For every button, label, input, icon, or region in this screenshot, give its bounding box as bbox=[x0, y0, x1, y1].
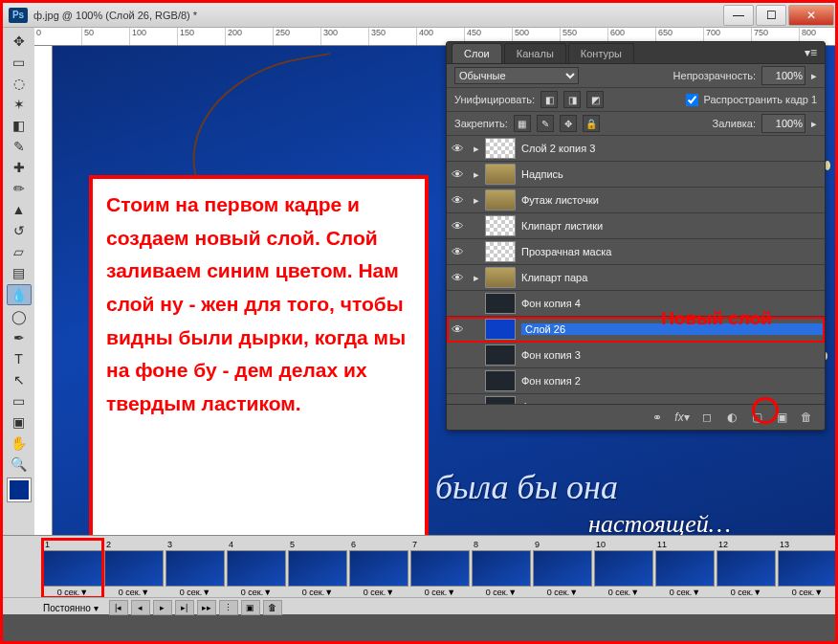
visibility-eye-icon[interactable]: 👁 bbox=[447, 322, 468, 337]
trash-icon[interactable]: 🗑 bbox=[796, 409, 817, 426]
lock-move-icon[interactable]: ✥ bbox=[560, 115, 577, 132]
frame-duration[interactable]: 0 сек.▼ bbox=[655, 587, 715, 597]
timeline-frame[interactable]: 120 сек.▼ bbox=[717, 540, 776, 597]
prev-frame-button[interactable]: ◂ bbox=[131, 600, 150, 615]
layer-row[interactable]: 👁▸Футаж листочки bbox=[447, 188, 825, 213]
layer-row[interactable]: 👁▸Слой 2 копия 3 bbox=[447, 136, 825, 162]
opacity-slider-icon[interactable]: ▸ bbox=[811, 70, 817, 82]
fill-input[interactable] bbox=[761, 114, 805, 133]
opacity-input[interactable] bbox=[761, 66, 805, 85]
minimize-button[interactable]: — bbox=[723, 5, 754, 26]
fx-icon[interactable]: fx▾ bbox=[672, 409, 693, 426]
timeline-frame[interactable]: 20 сек.▼ bbox=[104, 540, 164, 597]
unify-btn-2[interactable]: ◨ bbox=[563, 91, 581, 108]
layer-name[interactable]: Клипарт пара bbox=[521, 272, 825, 283]
layer-row[interactable]: 👁Прозрачная маска bbox=[447, 239, 825, 265]
pen-tool-icon[interactable]: ✒ bbox=[8, 328, 31, 347]
tab-paths[interactable]: Контуры bbox=[568, 43, 634, 63]
loop-selector[interactable]: Постоянно ▾ bbox=[43, 603, 99, 613]
blend-mode-select[interactable]: Обычные bbox=[454, 67, 579, 84]
layer-name[interactable]: Клипарт листики bbox=[521, 220, 825, 232]
layer-row[interactable]: 👁Клипарт листики bbox=[447, 213, 825, 239]
timeline-frame[interactable]: 70 сек.▼ bbox=[410, 540, 470, 597]
move-tool-icon[interactable]: ✥ bbox=[8, 32, 31, 51]
shape-tool-icon[interactable]: ▭ bbox=[8, 391, 31, 411]
new-folder-icon[interactable]: ▢ bbox=[746, 409, 767, 426]
timeline-frame[interactable]: 100 сек.▼ bbox=[594, 540, 653, 597]
layer-row[interactable]: Фон копия 3 bbox=[447, 343, 825, 368]
adjustment-icon[interactable]: ◐ bbox=[721, 409, 742, 426]
healing-tool-icon[interactable]: ✚ bbox=[8, 158, 31, 177]
layer-name[interactable]: Надпись bbox=[521, 168, 825, 180]
wand-tool-icon[interactable]: ✶ bbox=[8, 95, 31, 114]
mask-icon[interactable]: ◻ bbox=[696, 409, 717, 426]
frame-duration[interactable]: 0 сек.▼ bbox=[288, 587, 347, 597]
type-tool-icon[interactable]: T bbox=[8, 349, 31, 368]
frame-duration[interactable]: 0 сек.▼ bbox=[165, 587, 225, 597]
layer-row[interactable]: 👁▸Клипарт пара bbox=[447, 265, 825, 291]
frame-duration[interactable]: 0 сек.▼ bbox=[43, 587, 102, 597]
last-frame-button[interactable]: ▸▸ bbox=[197, 600, 216, 615]
layer-name[interactable]: Фон копия bbox=[521, 401, 825, 404]
eyedropper-tool-icon[interactable]: ✎ bbox=[8, 137, 31, 156]
layer-name[interactable]: Прозрачная маска bbox=[521, 246, 825, 257]
play-button[interactable]: ▸ bbox=[153, 600, 172, 615]
zoom-tool-icon[interactable]: 🔍 bbox=[8, 455, 31, 474]
frame-duration[interactable]: 0 сек.▼ bbox=[594, 587, 653, 597]
lock-trans-icon[interactable]: ▦ bbox=[514, 115, 531, 132]
dodge-tool-icon[interactable]: ◯ bbox=[8, 307, 31, 326]
layer-row[interactable]: Фон копия bbox=[447, 394, 825, 404]
layer-name[interactable]: Фон копия 3 bbox=[521, 349, 825, 361]
frame-duration[interactable]: 0 сек.▼ bbox=[778, 587, 835, 597]
expand-arrow-icon[interactable]: ▸ bbox=[468, 168, 485, 181]
timeline-frame[interactable]: 40 сек.▼ bbox=[227, 540, 286, 597]
timeline-frame[interactable]: 60 сек.▼ bbox=[349, 540, 408, 597]
frame-duration[interactable]: 0 сек.▼ bbox=[349, 587, 408, 597]
layer-row[interactable]: 👁▸Надпись bbox=[447, 162, 825, 188]
first-frame-button[interactable]: |◂ bbox=[109, 600, 128, 615]
visibility-eye-icon[interactable]: 👁 bbox=[447, 219, 468, 233]
expand-arrow-icon[interactable]: ▸ bbox=[468, 143, 485, 155]
frame-duration[interactable]: 0 сек.▼ bbox=[104, 587, 164, 597]
crop-tool-icon[interactable]: ◧ bbox=[8, 116, 31, 135]
gradient-tool-icon[interactable]: ▤ bbox=[8, 263, 31, 282]
brush-tool-icon[interactable]: ✏ bbox=[8, 179, 31, 198]
frame-duration[interactable]: 0 сек.▼ bbox=[227, 587, 286, 597]
frame-duration[interactable]: 0 сек.▼ bbox=[533, 587, 592, 597]
panel-menu-icon[interactable]: ▾≡ bbox=[797, 42, 825, 63]
foreground-color-swatch[interactable] bbox=[8, 478, 31, 501]
unify-btn-1[interactable]: ◧ bbox=[540, 91, 558, 108]
close-button[interactable]: ✕ bbox=[788, 5, 834, 26]
hand-tool-icon[interactable]: ✋ bbox=[8, 433, 31, 453]
new-layer-icon[interactable]: ▣ bbox=[771, 409, 792, 426]
layer-name[interactable]: Слой 2 копия 3 bbox=[521, 143, 825, 154]
timeline-frame[interactable]: 30 сек.▼ bbox=[165, 540, 225, 597]
timeline-frame[interactable]: 10 сек.▼ bbox=[43, 540, 102, 597]
tab-layers[interactable]: Слои bbox=[452, 43, 502, 63]
link-layers-icon[interactable]: ⚭ bbox=[647, 409, 668, 426]
marquee-tool-icon[interactable]: ▭ bbox=[8, 53, 31, 72]
lock-brush-icon[interactable]: ✎ bbox=[537, 115, 554, 132]
fill-slider-icon[interactable]: ▸ bbox=[811, 118, 817, 130]
timeline-frame[interactable]: 50 сек.▼ bbox=[288, 540, 347, 597]
next-frame-button[interactable]: ▸| bbox=[175, 600, 194, 615]
layer-row[interactable]: Фон копия 2 bbox=[447, 368, 825, 394]
timeline-frame[interactable]: 80 сек.▼ bbox=[472, 540, 531, 597]
tab-channels[interactable]: Каналы bbox=[504, 43, 566, 63]
visibility-eye-icon[interactable]: 👁 bbox=[447, 167, 468, 182]
timeline-frame[interactable]: 130 сек.▼ bbox=[778, 540, 835, 597]
layer-name[interactable]: Футаж листочки bbox=[521, 194, 825, 206]
visibility-eye-icon[interactable]: 👁 bbox=[447, 271, 468, 285]
frame-duration[interactable]: 0 сек.▼ bbox=[410, 587, 470, 597]
propagate-checkbox[interactable] bbox=[686, 94, 698, 106]
expand-arrow-icon[interactable]: ▸ bbox=[468, 194, 485, 207]
notes-tool-icon[interactable]: ▣ bbox=[8, 412, 31, 432]
delete-frame-button[interactable]: 🗑 bbox=[263, 600, 282, 615]
history-brush-tool-icon[interactable]: ↺ bbox=[8, 221, 31, 240]
duplicate-frame-button[interactable]: ▣ bbox=[241, 600, 260, 615]
unify-btn-3[interactable]: ◩ bbox=[586, 91, 604, 108]
expand-arrow-icon[interactable]: ▸ bbox=[468, 272, 485, 284]
timeline-frame[interactable]: 90 сек.▼ bbox=[533, 540, 592, 597]
path-tool-icon[interactable]: ↖ bbox=[8, 370, 31, 389]
visibility-eye-icon[interactable]: 👁 bbox=[447, 245, 468, 259]
